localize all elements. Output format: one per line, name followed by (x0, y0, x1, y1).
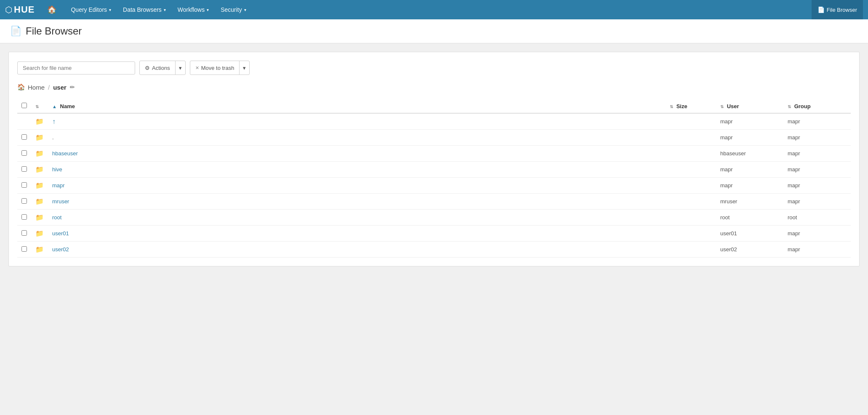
edit-icon[interactable]: ✏ (70, 84, 75, 90)
logo[interactable]: ⬡ HUE (5, 4, 35, 15)
group-cell: mapr (783, 146, 851, 162)
table-row: 📁 user02 user02 mapr (17, 242, 851, 258)
size-cell (666, 194, 716, 210)
col-group[interactable]: ⇅ Group (783, 99, 851, 113)
name-cell[interactable]: user02 (48, 242, 666, 258)
gear-icon: ⚙ (145, 65, 150, 71)
row-checkbox[interactable] (21, 246, 27, 252)
folder-link[interactable]: root (52, 214, 61, 221)
move-to-trash-button[interactable]: ✕ Move to trash ▾ (190, 61, 250, 75)
breadcrumb-current: user (53, 84, 67, 91)
name-cell[interactable]: hbaseuser (48, 146, 666, 162)
content-card: ⚙ Actions ▾ ✕ Move to trash ▾ 🏠 Home (8, 52, 860, 266)
sort-arrows-icon: ⇅ (35, 104, 39, 109)
name-cell[interactable]: root (48, 210, 666, 226)
file-table: ⇅ ▲ Name ⇅ Size ⇅ User ⇅ (17, 99, 851, 258)
row-checkbox[interactable] (21, 150, 27, 156)
size-cell (666, 146, 716, 162)
navbar-item-workflows[interactable]: Workflows ▾ (172, 0, 215, 19)
col-user[interactable]: ⇅ User (716, 99, 783, 113)
sort-arrows-icon: ⇅ (788, 104, 791, 109)
row-checkbox[interactable] (21, 182, 27, 188)
actions-caret[interactable]: ▾ (176, 61, 185, 74)
breadcrumb-home[interactable]: Home (28, 84, 45, 91)
size-cell (666, 226, 716, 242)
name-cell[interactable]: ↑ (48, 113, 666, 130)
folder-link[interactable]: user01 (52, 230, 69, 237)
row-checkbox[interactable] (21, 166, 27, 172)
row-checkbox[interactable] (21, 230, 27, 236)
navbar: ⬡ HUE 🏠 Query Editors ▾ Data Browsers ▾ … (0, 0, 868, 19)
navbar-right-file-browser: 📄 File Browser (812, 0, 863, 19)
name-cell[interactable]: hive (48, 162, 666, 178)
up-link[interactable]: ↑ (52, 118, 56, 125)
x-icon: ✕ (195, 65, 199, 71)
col-size[interactable]: ⇅ Size (666, 99, 716, 113)
checkbox-cell (17, 242, 31, 258)
move-to-trash-caret[interactable]: ▾ (240, 61, 249, 74)
navbar-item-data-browsers[interactable]: Data Browsers ▾ (117, 0, 172, 19)
group-cell: mapr (783, 226, 851, 242)
size-cell (666, 162, 716, 178)
user-cell: mapr (716, 130, 783, 146)
page-header: 📄 File Browser (0, 19, 868, 43)
name-cell[interactable]: mapr (48, 178, 666, 194)
user-cell: user01 (716, 226, 783, 242)
user-cell: mapr (716, 113, 783, 130)
folder-icon-cell: 📁 (31, 162, 48, 178)
name-cell[interactable]: . (48, 130, 666, 146)
actions-button[interactable]: ⚙ Actions ▾ (139, 61, 186, 75)
user-cell: root (716, 210, 783, 226)
folder-icon: 📁 (35, 166, 44, 173)
toolbar: ⚙ Actions ▾ ✕ Move to trash ▾ (17, 61, 851, 75)
folder-icon-cell: 📁 (31, 178, 48, 194)
table-header-row: ⇅ ▲ Name ⇅ Size ⇅ User ⇅ (17, 99, 851, 113)
sort-arrows-icon: ⇅ (670, 104, 673, 109)
folder-link[interactable]: hbaseuser (52, 150, 78, 157)
sort-col-empty[interactable]: ⇅ (31, 99, 48, 113)
folder-icon-cell: 📁 (31, 130, 48, 146)
col-name[interactable]: ▲ Name (48, 99, 666, 113)
move-to-trash-main[interactable]: ✕ Move to trash (190, 61, 240, 74)
row-checkbox[interactable] (21, 198, 27, 204)
table-row: 📁 user01 user01 mapr (17, 226, 851, 242)
group-cell: mapr (783, 194, 851, 210)
folder-link[interactable]: mruser (52, 198, 69, 205)
user-cell: mruser (716, 194, 783, 210)
breadcrumb-separator: / (48, 84, 50, 91)
folder-icon: 📁 (35, 214, 44, 221)
size-cell (666, 242, 716, 258)
row-checkbox[interactable] (21, 214, 27, 220)
name-cell[interactable]: mruser (48, 194, 666, 210)
chevron-down-icon: ▾ (179, 65, 182, 71)
folder-icon: 📁 (35, 246, 44, 253)
size-cell (666, 113, 716, 130)
navbar-item-security[interactable]: Security ▾ (215, 0, 252, 19)
table-row: 📁 mruser mruser mapr (17, 194, 851, 210)
user-cell: mapr (716, 162, 783, 178)
folder-icon: 📁 (35, 134, 44, 141)
table-row: 📁 . mapr mapr (17, 130, 851, 146)
navbar-home[interactable]: 🏠 (43, 5, 61, 14)
user-cell: user02 (716, 242, 783, 258)
actions-main[interactable]: ⚙ Actions (140, 61, 176, 74)
name-cell[interactable]: user01 (48, 226, 666, 242)
search-input[interactable] (17, 61, 135, 74)
folder-icon: 📁 (35, 150, 44, 157)
row-checkbox[interactable] (21, 134, 27, 140)
folder-icon-cell: 📁 (31, 210, 48, 226)
size-cell (666, 210, 716, 226)
folder-link[interactable]: mapr (52, 182, 65, 189)
folder-link[interactable]: hive (52, 166, 62, 173)
folder-link[interactable]: user02 (52, 246, 69, 253)
file-table-body: 📁 ↑ mapr mapr 📁 . mapr mapr 📁 hbaseuser … (17, 113, 851, 258)
select-all-checkbox[interactable] (21, 103, 27, 108)
checkbox-cell (17, 162, 31, 178)
folder-icon-cell: 📁 (31, 146, 48, 162)
checkbox-cell (17, 113, 31, 130)
checkbox-cell (17, 178, 31, 194)
group-cell: mapr (783, 130, 851, 146)
folder-icon-cell: 📁 (31, 226, 48, 242)
group-cell: mapr (783, 162, 851, 178)
navbar-item-query-editors[interactable]: Query Editors ▾ (65, 0, 117, 19)
